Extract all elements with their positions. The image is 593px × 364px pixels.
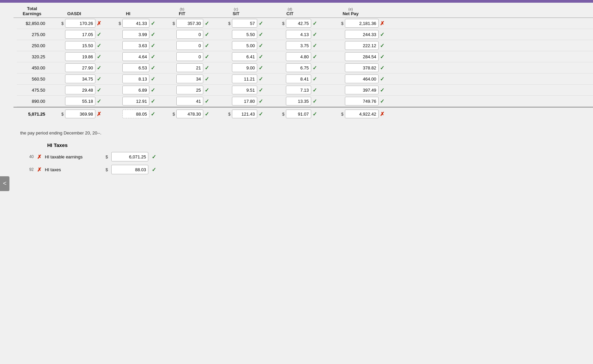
- oasdi-cell: 29.48 ✓: [47, 86, 101, 94]
- netpay-input[interactable]: 222.12: [345, 41, 379, 50]
- cit-input[interactable]: 3.75: [286, 41, 311, 50]
- total-cit-input[interactable]: 91.07: [286, 110, 311, 118]
- sit-input[interactable]: 5.00: [232, 41, 257, 50]
- netpay-cell: 397.49 ✓: [317, 86, 384, 94]
- oasdi-input[interactable]: 170.26: [65, 19, 95, 28]
- cit-input[interactable]: 42.75: [286, 19, 311, 28]
- hi-input[interactable]: 3.99: [122, 30, 149, 39]
- netpay-cell: 222.12 ✓: [317, 41, 384, 50]
- sit-cell: $ 57 ✓: [209, 19, 263, 28]
- fit-input[interactable]: 25: [176, 86, 203, 94]
- main-container: < Total Earnings OASDI HI (b) FIT (c) SI…: [0, 3, 593, 364]
- fit-cell: 21 ✓: [155, 63, 209, 72]
- total-row: 5,071.25 $ 369.98 ✗ . 88.05 ✓ $ 478.30 ✓…: [13, 107, 593, 120]
- netpay-input[interactable]: 464.00: [345, 74, 379, 83]
- netpay-input[interactable]: 397.49: [345, 86, 379, 94]
- fit-cell: 0 ✓: [155, 41, 209, 50]
- fit-input[interactable]: 41: [176, 97, 203, 105]
- sit-input[interactable]: 5.50: [232, 30, 257, 39]
- chevron-left-icon: <: [3, 180, 7, 187]
- hi-row2-label: HI taxes: [45, 167, 102, 172]
- hi-input[interactable]: 12.91: [122, 97, 149, 105]
- table-row: 320.25 19.86 ✓ 4.64 ✓ 0 ✓: [17, 51, 593, 62]
- sit-input[interactable]: 6.41: [232, 52, 257, 61]
- hi-input[interactable]: 6.53: [122, 63, 149, 72]
- sit-cell: 6.41 ✓: [209, 52, 263, 61]
- cit-input[interactable]: 4.80: [286, 52, 311, 61]
- table-row: 450.00 27.90 ✓ 6.53 ✓ 21 ✓: [17, 62, 593, 73]
- netpay-input[interactable]: 244.33: [345, 30, 379, 39]
- total-oasdi-input[interactable]: 369.98: [65, 110, 95, 118]
- sit-input[interactable]: 9.00: [232, 63, 257, 72]
- hi-input[interactable]: 41.33: [122, 19, 149, 28]
- netpay-input[interactable]: 749.76: [345, 97, 379, 105]
- cit-input[interactable]: 13.35: [286, 97, 311, 105]
- hi-taxes-input[interactable]: 88.03: [111, 165, 148, 174]
- hi-row1-label: HI taxable earnings: [45, 154, 102, 159]
- hi-input[interactable]: 6.89: [122, 86, 149, 94]
- cit-input[interactable]: 6.75: [286, 63, 311, 72]
- earnings-cell: 890.00: [17, 99, 47, 104]
- hi-taxable-earnings-input[interactable]: 6,071.25: [111, 152, 148, 161]
- fit-cell: $ 357.30 ✓: [155, 19, 209, 28]
- hi-input[interactable]: 8.13: [122, 74, 149, 83]
- oasdi-input[interactable]: 19.86: [65, 52, 95, 61]
- fit-input[interactable]: 34: [176, 74, 203, 83]
- fit-input[interactable]: 21: [176, 63, 203, 72]
- oasdi-input[interactable]: 34.75: [65, 74, 95, 83]
- total-netpay-input[interactable]: 4,922.42: [345, 110, 379, 118]
- total-fit-input[interactable]: 478.30: [176, 110, 203, 118]
- fit-input[interactable]: 0: [176, 30, 203, 39]
- earnings-cell: 560.50: [17, 77, 47, 82]
- hi-input[interactable]: 3.63: [122, 41, 149, 50]
- sit-input[interactable]: 17.80: [232, 97, 257, 105]
- netpay-input[interactable]: 284.54: [345, 52, 379, 61]
- header-hi: HI: [101, 11, 155, 16]
- oasdi-input[interactable]: 55.18: [65, 97, 95, 105]
- table-row: 250.00 15.50 ✓ 3.63 ✓ 0 ✓: [17, 40, 593, 51]
- fit-input[interactable]: 357.30: [176, 19, 203, 28]
- hi-row1-check-icon: ✓: [152, 154, 156, 160]
- oasdi-cell: 15.50 ✓: [47, 41, 101, 50]
- total-fit-cell: $ 478.30 ✓: [155, 110, 209, 118]
- netpay-input[interactable]: 378.82: [345, 63, 379, 72]
- nav-arrow-left[interactable]: <: [0, 176, 9, 191]
- cit-input[interactable]: 4.13: [286, 30, 311, 39]
- fit-input[interactable]: 0: [176, 52, 203, 61]
- sit-input[interactable]: 57: [232, 19, 257, 28]
- oasdi-cell: 34.75 ✓: [47, 74, 101, 83]
- fit-cell: 0 ✓: [155, 30, 209, 39]
- netpay-cell: 378.82 ✓: [317, 63, 384, 72]
- total-hi-input[interactable]: 88.05: [122, 110, 149, 118]
- hi-cell: $ 41.33 ✓: [101, 19, 155, 28]
- sit-input[interactable]: 11.21: [232, 74, 257, 83]
- fit-cell: 0 ✓: [155, 52, 209, 61]
- sit-cell: 11.21 ✓: [209, 74, 263, 83]
- oasdi-input[interactable]: 27.90: [65, 63, 95, 72]
- table-row: $2,850.00 $ 170.26 ✗ $ 41.33 ✓ $ 357.30 …: [17, 18, 593, 29]
- total-cit-cell: $ 91.07 ✓: [263, 110, 317, 118]
- oasdi-cell: $ 170.26 ✗: [47, 19, 101, 28]
- cit-cell: 7.13 ✓: [263, 86, 317, 94]
- cit-input[interactable]: 8.41: [286, 74, 311, 83]
- cit-input[interactable]: 7.13: [286, 86, 311, 94]
- cit-cell: 8.41 ✓: [263, 74, 317, 83]
- hi-row2-check-icon: ✓: [152, 166, 156, 173]
- oasdi-cell: 55.18 ✓: [47, 97, 101, 105]
- oasdi-cell: 27.90 ✓: [47, 63, 101, 72]
- oasdi-input[interactable]: 15.50: [65, 41, 95, 50]
- hi-taxes-row: 92 ✗ HI taxes $ 88.03 ✓: [20, 165, 593, 174]
- cit-cell: 3.75 ✓: [263, 41, 317, 50]
- total-sit-input[interactable]: 121.43: [232, 110, 257, 118]
- netpay-input[interactable]: 2,181.36: [345, 19, 379, 28]
- oasdi-input[interactable]: 17.05: [65, 30, 95, 39]
- footer-text: the pay period ending December 20, 20--.: [20, 130, 593, 135]
- total-sit-cell: $ 121.43 ✓: [209, 110, 263, 118]
- oasdi-input[interactable]: 29.48: [65, 86, 95, 94]
- fit-input[interactable]: 0: [176, 41, 203, 50]
- oasdi-cell: 17.05 ✓: [47, 30, 101, 39]
- sit-cell: 9.51 ✓: [209, 86, 263, 94]
- hi-input[interactable]: 4.64: [122, 52, 149, 61]
- sit-input[interactable]: 9.51: [232, 86, 257, 94]
- sit-cell: 17.80 ✓: [209, 97, 263, 105]
